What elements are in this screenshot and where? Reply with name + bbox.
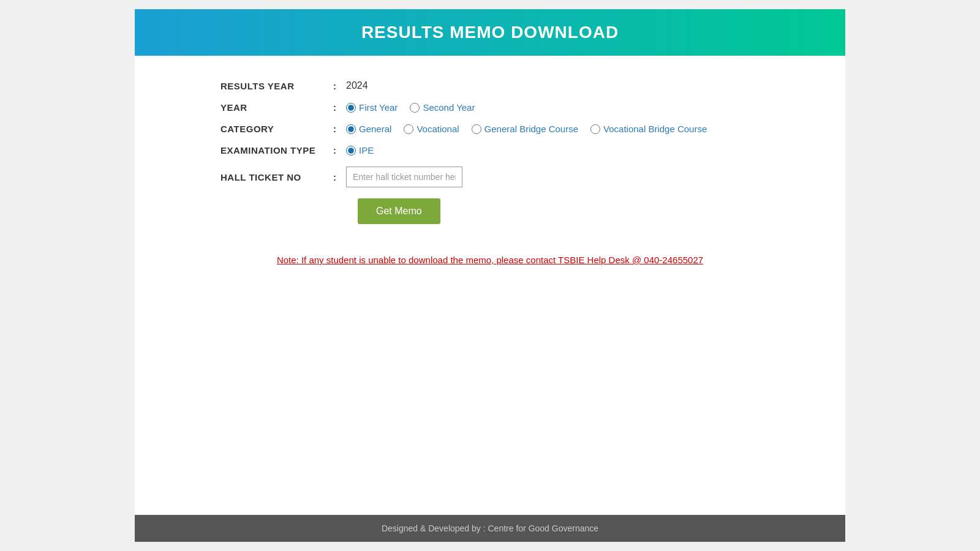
note-section: Note: If any student is unable to downlo… — [172, 255, 809, 266]
get-memo-button[interactable]: Get Memo — [358, 198, 440, 224]
exam-type-radio-group: IPE — [346, 145, 374, 156]
second-year-radio[interactable] — [410, 103, 420, 113]
vocational-label[interactable]: Vocational — [417, 124, 459, 134]
main-content: RESULTS YEAR : 2024 YEAR : First Year Se… — [135, 56, 845, 515]
ipe-option[interactable]: IPE — [346, 145, 374, 156]
results-year-row: RESULTS YEAR : 2024 — [221, 80, 809, 91]
general-label[interactable]: General — [359, 124, 391, 134]
hall-ticket-row: HALL TICKET NO : — [221, 167, 809, 187]
year-colon: : — [333, 102, 336, 113]
ipe-label[interactable]: IPE — [359, 145, 374, 156]
results-year-colon: : — [333, 81, 336, 91]
year-label: YEAR — [221, 102, 331, 113]
general-radio[interactable] — [346, 124, 356, 134]
hall-ticket-label: HALL TICKET NO — [221, 172, 331, 182]
category-row: CATEGORY : General Vocational General Br… — [221, 124, 809, 134]
first-year-radio[interactable] — [346, 103, 356, 113]
vocational-radio[interactable] — [404, 124, 413, 134]
exam-type-label: EXAMINATION TYPE — [221, 145, 331, 156]
exam-type-colon: : — [333, 145, 336, 156]
second-year-label[interactable]: Second Year — [423, 102, 475, 113]
general-option[interactable]: General — [346, 124, 391, 134]
button-row: Get Memo — [331, 198, 809, 224]
vocational-bridge-label[interactable]: Vocational Bridge Course — [603, 124, 707, 134]
form-section: RESULTS YEAR : 2024 YEAR : First Year Se… — [221, 80, 809, 224]
header-banner: RESULTS MEMO DOWNLOAD — [135, 9, 845, 56]
general-bridge-option[interactable]: General Bridge Course — [472, 124, 578, 134]
note-text: Note: If any student is unable to downlo… — [277, 255, 703, 265]
page-title: RESULTS MEMO DOWNLOAD — [135, 23, 845, 42]
results-year-value: 2024 — [346, 80, 368, 91]
exam-type-row: EXAMINATION TYPE : IPE — [221, 145, 809, 156]
hall-ticket-colon: : — [333, 172, 336, 182]
page-container: RESULTS MEMO DOWNLOAD RESULTS YEAR : 202… — [135, 9, 845, 542]
vocational-bridge-radio[interactable] — [590, 124, 600, 134]
category-radio-group: General Vocational General Bridge Course… — [346, 124, 707, 134]
vocational-option[interactable]: Vocational — [404, 124, 459, 134]
results-year-label: RESULTS YEAR — [221, 81, 331, 91]
category-colon: : — [333, 124, 336, 134]
general-bridge-label[interactable]: General Bridge Course — [484, 124, 578, 134]
second-year-option[interactable]: Second Year — [410, 102, 475, 113]
footer-text: Designed & Developed by : Centre for Goo… — [382, 523, 598, 533]
vocational-bridge-option[interactable]: Vocational Bridge Course — [590, 124, 707, 134]
year-radio-group: First Year Second Year — [346, 102, 475, 113]
first-year-label[interactable]: First Year — [359, 102, 398, 113]
footer: Designed & Developed by : Centre for Goo… — [135, 515, 845, 542]
category-label: CATEGORY — [221, 124, 331, 134]
hall-ticket-input[interactable] — [346, 167, 462, 187]
first-year-option[interactable]: First Year — [346, 102, 398, 113]
ipe-radio[interactable] — [346, 146, 356, 156]
year-row: YEAR : First Year Second Year — [221, 102, 809, 113]
general-bridge-radio[interactable] — [472, 124, 481, 134]
